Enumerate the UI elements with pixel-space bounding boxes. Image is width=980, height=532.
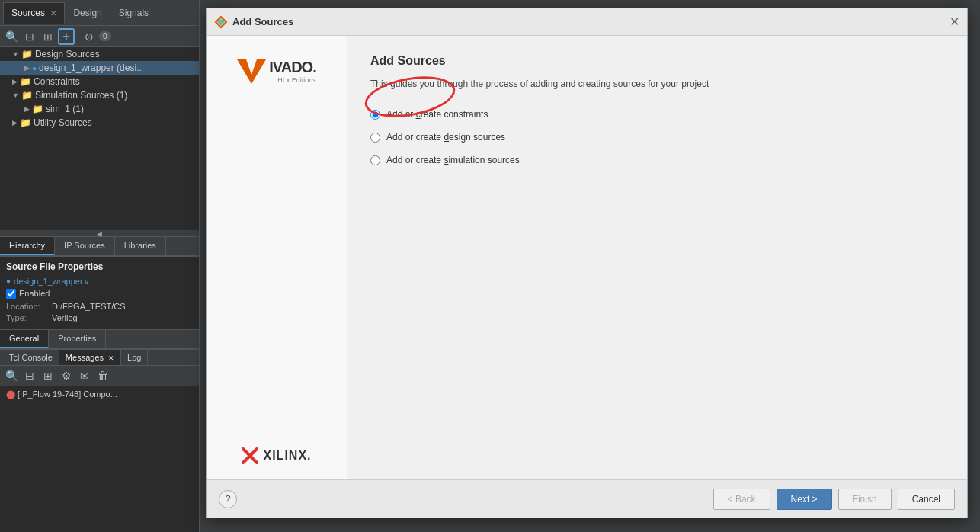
dialog-close-button[interactable]: ✕ — [950, 16, 959, 28]
tab-ip-sources[interactable]: IP Sources — [55, 237, 115, 255]
tree-item-utility[interactable]: ▶ 📁 Utility Sources — [0, 116, 199, 130]
tree-item-sim-sources[interactable]: ▼ 📁 Add Sources Simulation Sources (1) — [0, 88, 199, 102]
console-expand-btn[interactable]: ⊞ — [40, 367, 56, 384]
sfp-enabled-checkbox[interactable] — [6, 289, 16, 299]
radio-constraints-label: Add or create constraints — [386, 109, 488, 120]
radio-option-simulation[interactable]: Add or create simulation sources — [370, 155, 944, 165]
xilinx-logo: XILINX. — [242, 447, 311, 464]
dialog-title-text: Add Sources — [232, 16, 950, 27]
tab-messages[interactable]: Messages ✕ — [59, 350, 121, 365]
error-icon: ⬤ — [6, 389, 15, 399]
tree-item-design-sources[interactable]: ▼ 📁 Design Sources — [0, 47, 199, 61]
branding-panel: IVADO. HLx Editions XILINX. — [207, 36, 347, 479]
tab-signals[interactable]: Signals — [110, 2, 157, 24]
folder-icon-sim: 📁 — [21, 90, 33, 101]
console-collapse-btn[interactable]: ⊟ — [21, 367, 38, 384]
arrow-sim1: ▶ — [24, 105, 30, 113]
collapse-all-button[interactable]: ⊟ — [21, 28, 38, 45]
folder-icon-constraints: 📁 — [20, 76, 31, 87]
sfp-location-value: D:/FPGA_TEST/CS — [52, 302, 126, 311]
left-panel: Sources ✕ Design Signals 🔍 ⊟ ⊞ + ⊙ 0 ▼ 📁… — [0, 0, 200, 532]
sfp-title: Source File Properties — [6, 261, 193, 272]
filter-button[interactable]: ⊙ — [81, 28, 98, 45]
tab-sources-close[interactable]: ✕ — [50, 9, 56, 18]
add-sources-button[interactable]: + — [58, 28, 75, 45]
svg-marker-2 — [237, 59, 266, 84]
radio-constraints[interactable] — [370, 110, 380, 120]
console-msg-btn[interactable]: ✉ — [76, 367, 93, 384]
count-badge: 0 — [99, 31, 111, 41]
arrow-constraints: ▶ — [12, 78, 18, 85]
tree-item-sim1[interactable]: ▶ 📁 sim_1 (1) — [0, 102, 199, 116]
search-button[interactable]: 🔍 — [3, 28, 20, 45]
finish-button[interactable]: Finish — [838, 489, 892, 510]
tab-libraries[interactable]: Libraries — [115, 237, 166, 255]
sfp-file: ● design_1_wrapper.v — [6, 277, 193, 286]
arrow-design-sources: ▼ — [12, 50, 19, 58]
tab-messages-close[interactable]: ✕ — [108, 354, 114, 362]
radio-design[interactable] — [370, 133, 380, 143]
general-props-tabs: General Properties — [0, 329, 199, 349]
next-button[interactable]: Next > — [777, 489, 832, 510]
console-search-btn[interactable]: 🔍 — [3, 367, 20, 384]
folder-icon-sim1: 📁 — [32, 104, 43, 114]
footer-left: ? — [219, 490, 237, 508]
footer-right: < Back Next > Finish Cancel — [713, 489, 955, 510]
dialog-titlebar: Add Sources ✕ — [207, 8, 967, 36]
radio-simulation-label: Add or create simulation sources — [386, 155, 520, 165]
dot-icon-wrapper: ● — [32, 64, 37, 72]
xilinx-x-icon — [242, 447, 258, 464]
add-sources-dialog: Add Sources ✕ IVADO. HLx Editions — [206, 8, 968, 518]
console-content: ⬤ [IP_Flow 19-748] Compo... — [0, 386, 199, 402]
sfp-type-value: Verilog — [52, 313, 78, 322]
xilinx-text: XILINX. — [263, 449, 311, 463]
radio-option-design[interactable]: Add or create design sources — [370, 132, 944, 143]
tab-general[interactable]: General — [0, 330, 49, 348]
tab-sources[interactable]: Sources ✕ — [3, 2, 65, 24]
vivado-v-icon — [237, 59, 266, 84]
vivado-text: IVADO. — [269, 59, 315, 76]
arrow-sim-sources: ▼ — [12, 91, 19, 99]
console-delete-btn[interactable]: 🗑 — [94, 367, 111, 384]
cancel-button[interactable]: Cancel — [898, 489, 955, 510]
arrow-utility: ▶ — [12, 119, 18, 127]
sfp-location-row: Location: D:/FPGA_TEST/CS — [6, 302, 193, 311]
dot-icon-sfp: ● — [6, 277, 11, 285]
console-tab-bar: Tcl Console Messages ✕ Log — [0, 350, 199, 366]
dialog-footer: ? < Back Next > Finish Cancel — [207, 479, 967, 518]
radio-option-constraints[interactable]: Add or create constraints — [370, 109, 944, 120]
arrow-wrapper: ▶ — [24, 64, 30, 72]
sources-tree: ▼ 📁 Design Sources ▶ ● design_1_wrapper … — [0, 47, 199, 230]
radio-design-label: Add or create design sources — [386, 132, 505, 143]
content-panel: Add Sources This guides you through the … — [347, 36, 967, 479]
tree-item-constraints[interactable]: ▶ 📁 Constraints — [0, 75, 199, 88]
console-area: Tcl Console Messages ✕ Log 🔍 ⊟ ⊞ ⚙ ✉ 🗑 ⬤… — [0, 349, 199, 533]
tab-design[interactable]: Design — [65, 2, 110, 24]
tree-item-wrapper[interactable]: ▶ ● design_1_wrapper (desi... — [0, 61, 199, 75]
console-toolbar: 🔍 ⊟ ⊞ ⚙ ✉ 🗑 — [0, 366, 199, 386]
radio-simulation[interactable] — [370, 155, 380, 165]
dialog-body: IVADO. HLx Editions XILINX. Add Sources … — [207, 36, 967, 479]
radio-options: Add or create constraints Add or create … — [370, 109, 944, 178]
hierarchy-tabs: Hierarchy IP Sources Libraries — [0, 236, 199, 256]
sources-toolbar: 🔍 ⊟ ⊞ + ⊙ 0 — [0, 26, 199, 47]
vivado-hlx: HLx Editions — [269, 76, 315, 84]
sfp-enabled-row: Enabled — [6, 289, 193, 299]
dialog-title-icon — [214, 15, 228, 29]
console-filter-btn[interactable]: ⚙ — [58, 367, 75, 384]
back-button[interactable]: < Back — [713, 489, 770, 510]
resize-handle[interactable]: ◀ — [0, 230, 199, 236]
help-button[interactable]: ? — [219, 490, 237, 508]
tab-log[interactable]: Log — [121, 350, 148, 365]
tab-hierarchy[interactable]: Hierarchy — [0, 237, 55, 255]
tab-properties[interactable]: Properties — [49, 330, 106, 348]
sfp-type-label: Type: — [6, 313, 52, 322]
folder-icon-utility: 📁 — [20, 117, 31, 128]
expand-all-button[interactable]: ⊞ — [40, 28, 56, 45]
vivado-logo: IVADO. HLx Editions — [237, 59, 315, 84]
source-file-properties: Source File Properties ● design_1_wrappe… — [0, 256, 199, 329]
dialog-content-title: Add Sources — [370, 54, 944, 68]
sfp-location-label: Location: — [6, 302, 52, 311]
source-tab-bar: Sources ✕ Design Signals — [0, 0, 199, 26]
tab-tcl-console[interactable]: Tcl Console — [3, 350, 59, 365]
